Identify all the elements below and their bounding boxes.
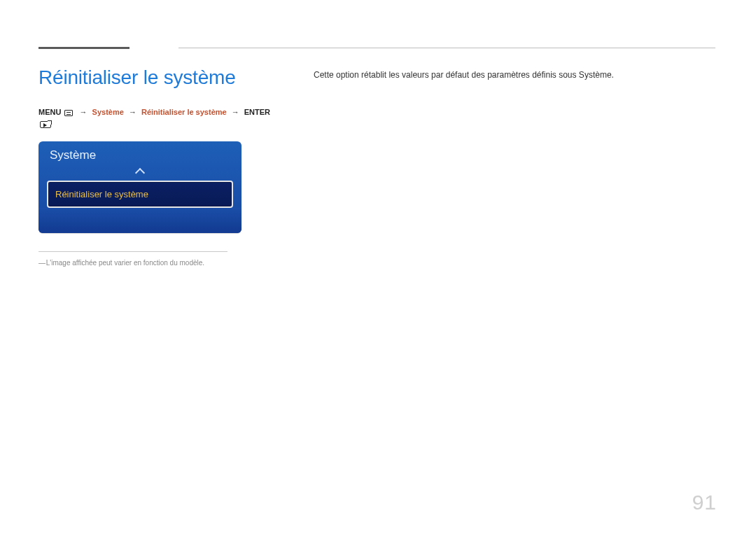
footnote-dash: ― [38, 259, 44, 267]
breadcrumb-enter-label: ENTER [244, 108, 270, 116]
breadcrumb-arrow-1: → [80, 107, 88, 118]
breadcrumb-path-2: Réinitialiser le système [141, 108, 227, 116]
osd-scroll-up[interactable] [38, 167, 241, 181]
footnote: ― L'image affichée peut varier en foncti… [38, 259, 276, 267]
header-rule-thick [38, 47, 130, 49]
osd-selected-row-label: Réinitialiser le système [55, 189, 148, 199]
section-heading: Réinitialiser le système [38, 66, 276, 89]
enter-icon [40, 120, 51, 131]
breadcrumb-path-1: Système [92, 108, 124, 116]
breadcrumb-arrow-2: → [129, 107, 136, 118]
osd-panel-footer [38, 208, 241, 233]
osd-selected-row[interactable]: Réinitialiser le système [47, 181, 233, 208]
menu-icon [64, 108, 73, 119]
breadcrumb-menu-label: MENU [38, 108, 61, 116]
header-rule-thin [178, 48, 715, 48]
footnote-text: L'image affichée peut varier en fonction… [46, 259, 204, 267]
left-column: Réinitialiser le système MENU → Système … [38, 66, 276, 267]
chevron-up-icon [136, 167, 144, 174]
osd-panel: Système Réinitialiser le système [38, 141, 241, 233]
page-number: 91 [692, 491, 717, 514]
right-column: Cette option rétablit les valeurs par dé… [314, 70, 715, 80]
manual-page: Réinitialiser le système MENU → Système … [0, 0, 756, 534]
description-paragraph: Cette option rétablit les valeurs par dé… [314, 70, 715, 80]
osd-panel-title: Système [38, 141, 241, 167]
breadcrumb: MENU → Système → Réinitialiser le systèm… [38, 107, 276, 132]
breadcrumb-arrow-3: → [232, 107, 239, 118]
footnote-separator [38, 251, 227, 252]
